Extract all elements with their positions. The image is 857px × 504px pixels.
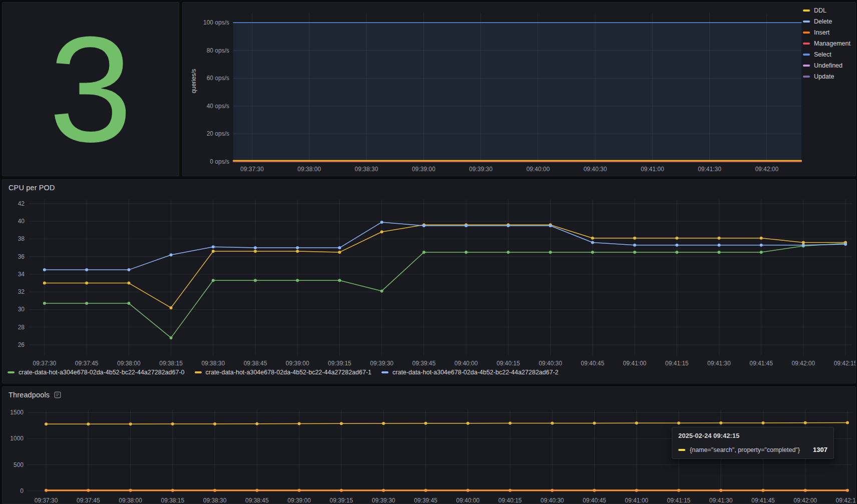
grafana-dashboard: { "page": { "background": "#0B0C0E", "pa… [0,0,857,504]
legend-marker [195,371,202,373]
legend-item[interactable]: Delete [803,18,850,25]
legend-item[interactable]: DDL [803,7,850,14]
queries-legend: DDLDeleteInsertManagementSelectUndefined… [803,7,850,80]
y-tick-label: 100 ops/s [189,19,229,26]
legend-item[interactable]: crate-data-hot-a304e678-02da-4b52-bc22-4… [8,369,185,376]
series-point [85,302,88,305]
series-point [422,251,425,254]
cpu-plot[interactable]: 26283032343638404209:37:3009:37:4509:38:… [3,180,855,383]
x-tick-label: 09:38:15 [155,497,190,504]
chart-canvas[interactable] [3,180,855,383]
series-point [380,221,383,224]
series-point [593,489,596,492]
series-point [551,422,554,425]
cpu-panel-title[interactable]: CPU per POD [9,184,55,192]
panel-description-icon[interactable] [54,391,61,398]
chart-canvas[interactable] [183,3,855,176]
y-tick-label: 1000 [4,435,24,442]
series-line [45,243,845,338]
x-tick-label: 09:41:30 [701,360,736,367]
series-point [171,422,174,425]
x-tick-label: 09:42:15 [828,360,856,367]
x-tick-label: 09:38:30 [196,360,231,367]
series-point [382,422,385,425]
x-tick-label: 09:41:45 [744,360,779,367]
x-tick-label: 09:39:15 [322,360,357,367]
series-point [254,250,257,253]
series-point [549,251,552,254]
tooltip-timestamp: 2025-02-24 09:42:15 [672,427,833,442]
x-tick-label: 09:41:00 [617,360,652,367]
x-tick-label: 09:38:00 [113,497,148,504]
series-point [170,336,173,339]
legend-marker [8,371,15,373]
legend-label: Update [814,73,834,80]
x-tick-label: 09:40:30 [535,497,570,504]
series-point [212,250,215,253]
legend-item[interactable]: Update [803,73,850,80]
queries-panel: 0 ops/s20 ops/s40 ops/s60 ops/s80 ops/s1… [182,2,856,176]
x-tick-label: 09:40:45 [575,360,610,367]
legend-label: Undefined [814,62,842,69]
series-point [804,421,807,424]
tooltip-series-label: {name="search", property="completed"} [690,446,800,453]
series-point [675,251,678,254]
x-tick-label: 09:40:30 [578,166,613,173]
series-point [507,251,510,254]
legend-marker [803,65,810,67]
legend-item[interactable]: crate-data-hot-a304e678-02da-4b52-bc22-4… [381,369,559,376]
legend-label: crate-data-hot-a304e678-02da-4b52-bc22-4… [19,369,185,376]
series-line [45,222,845,270]
cpu-legend: crate-data-hot-a304e678-02da-4b52-bc22-4… [8,369,559,376]
legend-label: Select [814,51,831,58]
series-point [171,489,174,492]
series-area [233,23,801,162]
series-point [296,279,299,282]
queries-plot[interactable]: 0 ops/s20 ops/s40 ops/s60 ops/s80 ops/s1… [183,3,855,176]
legend-item[interactable]: Insert [803,29,850,36]
x-tick-label: 09:41:15 [661,497,696,504]
series-point [87,489,90,492]
series-point [213,489,216,492]
series-point [382,489,385,492]
legend-label: Insert [814,29,829,36]
x-tick-label: 09:42:15 [830,497,856,504]
legend-item[interactable]: Management [803,40,850,47]
series-point [424,489,427,492]
series-point [760,251,763,254]
y-tick-label: 40 [10,218,25,225]
series-point [170,253,173,256]
x-tick-label: 09:39:00 [280,360,315,367]
series-point [129,489,132,492]
threadpools-panel-title-text: Threadpools [9,391,50,399]
x-tick-label: 09:42:00 [788,497,823,504]
series-point [298,422,301,425]
series-point [467,422,470,425]
threadpools-panel-title[interactable]: Threadpools [9,391,61,399]
legend-label: crate-data-hot-a304e678-02da-4b52-bc22-4… [392,369,559,376]
series-point [719,421,722,424]
tooltip-series-marker [678,449,685,451]
series-point [255,422,258,425]
x-tick-label: 09:39:30 [364,360,399,367]
x-tick-label: 09:41:00 [619,497,654,504]
legend-item[interactable]: Select [803,51,850,58]
legend-item[interactable]: crate-data-hot-a304e678-02da-4b52-bc22-4… [195,369,372,376]
series-line [45,225,845,308]
series-point [213,422,216,425]
legend-marker [803,54,810,56]
series-point [296,250,299,253]
series-point [591,237,594,240]
legend-item[interactable]: Undefined [803,62,850,69]
series-point [761,421,764,424]
series-point [760,244,763,247]
y-tick-label: 32 [10,288,25,295]
series-point [760,237,763,240]
x-tick-label: 09:42:00 [749,166,784,173]
x-tick-label: 09:40:30 [533,360,568,367]
series-point [591,251,594,254]
y-tick-label: 38 [10,235,25,242]
legend-label: DDL [814,7,826,14]
x-tick-label: 09:37:45 [71,497,106,504]
series-point [633,251,636,254]
